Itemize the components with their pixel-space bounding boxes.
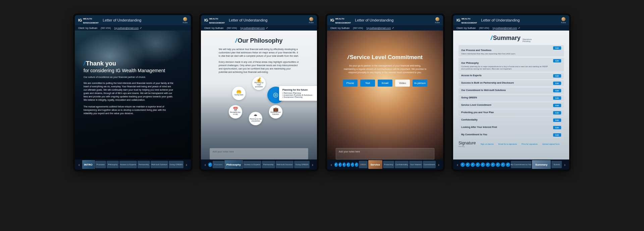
- intro-paragraph-2: The mutual agreements outlined below ens…: [84, 105, 174, 115]
- nav-next-button[interactable]: ›: [184, 162, 189, 167]
- page-title: Letter of Understanding: [229, 18, 267, 22]
- chip-text[interactable]: Text: [360, 80, 375, 87]
- nav-step[interactable]: ✓: [461, 163, 465, 167]
- nav-step-6[interactable]: ✓: [355, 163, 358, 167]
- client-id: (987-654): [353, 27, 363, 29]
- nav-tab-process[interactable]: Proccess: [95, 161, 106, 168]
- nav-prev-button[interactable]: ‹: [77, 162, 82, 167]
- nav-step[interactable]: ✓: [501, 163, 505, 167]
- avatar-icon: [561, 17, 566, 21]
- node-giving-back[interactable]: 🤲Giving back: [232, 87, 246, 100]
- nav-tab-experts[interactable]: Access to Experts: [243, 161, 261, 168]
- node-business[interactable]: 💼Enjoying your business: [269, 105, 282, 119]
- nav-tab-service[interactable]: Service: [368, 160, 382, 169]
- nav-step[interactable]: ✓: [481, 163, 485, 167]
- chip-email[interactable]: Email: [378, 80, 392, 87]
- nav-green-label[interactable]: GREEN: [359, 161, 368, 168]
- edit-button[interactable]: Edit: [553, 82, 561, 85]
- summary-row: ConfidentialityEdit: [459, 117, 564, 123]
- edit-button[interactable]: Edit: [553, 133, 561, 137]
- edit-button[interactable]: Edit: [553, 126, 561, 129]
- nav-tab-solution[interactable]: Well-built Solution: [276, 161, 294, 168]
- edit-button[interactable]: Edit: [553, 111, 561, 114]
- summary-row: Success is Built on Partnership and Disc…: [459, 80, 564, 86]
- nav-tab-summary[interactable]: Summary: [532, 160, 551, 169]
- nav-step-4[interactable]: ✓: [346, 163, 350, 167]
- user-menu[interactable]: Kobe: [435, 17, 440, 24]
- nav-step[interactable]: ✓: [476, 163, 480, 167]
- nav-tab-commitment[interactable]: My Commitment to You: [511, 161, 531, 168]
- sign-on-device-link[interactable]: Sign on device: [480, 143, 493, 145]
- section-title: /Our Philosophy: [210, 37, 308, 44]
- nav-next-button[interactable]: ›: [436, 162, 441, 167]
- summary-row: Access to ExpertsEdit: [459, 73, 564, 79]
- edit-button[interactable]: Edit: [553, 46, 561, 50]
- nav-tab-green[interactable]: Going GREEN: [294, 161, 310, 168]
- edit-button[interactable]: Edit: [553, 74, 561, 78]
- node-day-to-day[interactable]: 📅Managing day-to-day: [229, 105, 242, 119]
- signature-label: Signature: [459, 141, 476, 145]
- nav-tab-partnership[interactable]: Partnership: [138, 161, 150, 168]
- notes-input[interactable]: Add your notes here: [210, 148, 308, 159]
- nav-tab-philosophy[interactable]: Philosophy: [225, 160, 243, 169]
- user-menu[interactable]: Kobe: [561, 17, 566, 24]
- client-email[interactable]: Ivy.sullivan@email.com: [367, 27, 394, 29]
- chip-phone[interactable]: Phone: [343, 80, 358, 87]
- edit-button[interactable]: Edit: [553, 89, 561, 92]
- nav-step[interactable]: ✓: [486, 163, 490, 167]
- edit-icon: [392, 27, 394, 29]
- section-title: /Summary SignaturePending: [459, 35, 564, 42]
- print-sign-link[interactable]: Print for signature: [522, 143, 537, 145]
- node-purchases[interactable]: 💰Planning for major purchases: [252, 77, 266, 90]
- nav-step-2[interactable]: ✓: [338, 163, 342, 167]
- client-email[interactable]: Ivy.sullivan@email.com: [114, 27, 142, 29]
- edit-button[interactable]: Edit: [553, 96, 561, 100]
- nav-tab-interest[interactable]: Your Interest: [409, 161, 422, 168]
- edit-button[interactable]: Edit: [553, 59, 561, 62]
- client-email[interactable]: Ivy.sullivan@email.com: [240, 27, 268, 29]
- nav-tab-process[interactable]: Proccess: [213, 161, 224, 168]
- edit-button[interactable]: Edit: [553, 119, 561, 122]
- user-menu[interactable]: Kobe: [309, 17, 314, 24]
- nav-tab-partnership[interactable]: Partnership: [262, 161, 275, 168]
- nav-step-1[interactable]: ✓: [334, 163, 338, 167]
- chip-inperson[interactable]: In-person: [413, 80, 427, 87]
- nav-tab-protecting[interactable]: Protecting: [383, 161, 394, 168]
- nav-tab-solution[interactable]: Well-built Solution: [151, 161, 168, 168]
- nav-tab-intro[interactable]: INTRO: [82, 160, 95, 169]
- client-bar: Client: Ivy Sullivan (987-654) Ivy.sulli…: [75, 25, 191, 31]
- nav-step[interactable]: ✓: [506, 163, 510, 167]
- nav-tab-philosophy[interactable]: Philosophy: [107, 161, 119, 168]
- nav-step-5[interactable]: ✓: [351, 163, 354, 167]
- nav-step-3[interactable]: ✓: [342, 163, 346, 167]
- nav-tab-green[interactable]: Going GREEN: [169, 161, 183, 168]
- nav-step[interactable]: ✓: [471, 163, 475, 167]
- user-menu[interactable]: Kobe: [183, 17, 187, 24]
- notes-input[interactable]: Add your notes here: [336, 148, 434, 159]
- nav-tab-experts[interactable]: Access to Experts: [119, 161, 137, 168]
- email-esign-link[interactable]: Email for e-signature: [498, 143, 517, 145]
- nav-next-button[interactable]: ›: [562, 162, 567, 167]
- upload-form-link[interactable]: Upload signed form: [542, 143, 559, 145]
- bottom-nav: ‹ ✓ Proccess Philosophy Access to Expert…: [201, 159, 317, 170]
- nav-step-1[interactable]: ✓: [208, 163, 212, 167]
- edit-button[interactable]: Edit: [553, 104, 561, 107]
- nav-step[interactable]: ✓: [496, 163, 500, 167]
- client-email[interactable]: Ivy.sullivan@email.com: [493, 27, 521, 29]
- nav-step[interactable]: ✓: [466, 163, 470, 167]
- nav-next-button[interactable]: ›: [310, 162, 315, 167]
- nav-step[interactable]: ✓: [491, 163, 495, 167]
- app-header: IG WEALTHMANAGEMENT Letter of Understand…: [453, 15, 569, 25]
- philosophy-p2: Every decision made in any one of these …: [219, 60, 299, 74]
- nav-prev-button[interactable]: ‹: [455, 162, 460, 167]
- nav-prev-button[interactable]: ‹: [329, 162, 334, 167]
- tablet-philosophy: IG WEALTHMANAGEMENT Letter of Understand…: [199, 13, 319, 171]
- node-unexpected[interactable]: ☂Planning for the unexpected: [249, 112, 262, 125]
- nav-tab-commitment[interactable]: Commitment: [423, 161, 436, 168]
- nav-prev-button[interactable]: ‹: [203, 162, 208, 167]
- chip-video[interactable]: Video: [395, 80, 410, 87]
- page-body: /Thank you for considering IG Wealth Man…: [75, 31, 191, 159]
- nav-submit-button[interactable]: Submit: [551, 161, 562, 168]
- client-bar: Client: Ivy Sullivan (987-654) Ivy.sulli…: [453, 25, 569, 31]
- nav-tab-confidentiality[interactable]: Confidentiality: [395, 161, 409, 168]
